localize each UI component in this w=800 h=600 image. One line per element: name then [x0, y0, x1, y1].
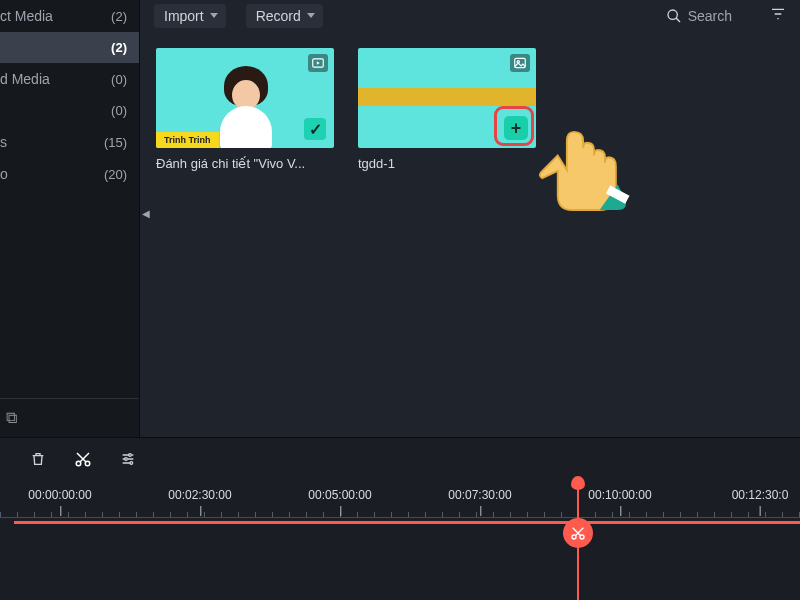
time-mark: 00:05:00:00 — [308, 488, 371, 502]
media-title: Đánh giá chi tiết "Vivo V... — [156, 156, 334, 171]
playhead[interactable] — [577, 480, 579, 600]
delete-icon[interactable] — [30, 451, 46, 471]
import-dropdown[interactable]: Import — [154, 4, 226, 28]
timeline-tools — [0, 438, 800, 484]
sidebar-item-5[interactable]: o(20) — [0, 158, 139, 190]
sidebar-item-0[interactable]: ct Media(2) — [0, 0, 139, 32]
toolbar: Import Record Search — [140, 0, 800, 32]
svg-point-8 — [129, 454, 132, 457]
sidebar-item-1[interactable]: (2) — [0, 32, 139, 63]
sidebar-item-3[interactable]: (0) — [0, 95, 139, 126]
svg-point-10 — [130, 462, 133, 465]
playhead-cut-icon[interactable] — [563, 518, 593, 548]
cut-icon[interactable] — [74, 450, 92, 472]
media-thumbnail: + — [358, 48, 536, 148]
time-mark: 00:00:00:00 — [28, 488, 91, 502]
media-item[interactable]: Trinh Trinh ✓ Đánh giá chi tiết "Vivo V.… — [156, 48, 334, 171]
filter-icon[interactable] — [770, 6, 786, 26]
media-item[interactable]: + tgdd-1 — [358, 48, 536, 171]
time-mark: 00:07:30:00 — [448, 488, 511, 502]
playhead-knob-icon — [571, 476, 585, 490]
folder-icon[interactable]: ⧉ — [0, 409, 17, 427]
sidebar: ct Media(2) (2) d Media(0) (0) s(15) o(2… — [0, 0, 140, 437]
selected-check-icon: ✓ — [304, 118, 326, 140]
image-type-icon — [510, 54, 530, 72]
adjust-icon[interactable] — [120, 451, 136, 471]
record-dropdown[interactable]: Record — [246, 4, 323, 28]
content-panel: Import Record Search Trinh Trinh ✓ Đánh … — [140, 0, 800, 437]
collapse-sidebar-icon[interactable]: ◀ — [140, 204, 152, 222]
media-title: tgdd-1 — [358, 156, 536, 171]
add-to-timeline-button[interactable]: + — [504, 116, 528, 140]
search-label: Search — [688, 8, 732, 24]
svg-point-0 — [668, 10, 677, 19]
sidebar-item-4[interactable]: s(15) — [0, 126, 139, 158]
thumbnail-badge: Trinh Trinh — [156, 132, 219, 148]
time-mark: 00:02:30:00 — [168, 488, 231, 502]
media-grid: Trinh Trinh ✓ Đánh giá chi tiết "Vivo V.… — [140, 32, 800, 187]
svg-rect-3 — [515, 58, 526, 67]
search-icon — [666, 8, 682, 24]
timeline-ruler[interactable]: 00:00:00:00 00:02:30:00 00:05:00:00 00:0… — [0, 488, 800, 528]
svg-line-1 — [676, 18, 680, 22]
search-input[interactable]: Search — [666, 8, 732, 24]
media-thumbnail: Trinh Trinh ✓ — [156, 48, 334, 148]
sidebar-bottom-tools: ⧉ — [0, 398, 139, 437]
video-type-icon — [308, 54, 328, 72]
time-mark: 00:10:00:00 — [588, 488, 651, 502]
time-mark: 00:12:30:0 — [732, 488, 789, 502]
sidebar-item-2[interactable]: d Media(0) — [0, 63, 139, 95]
timeline-range — [14, 521, 800, 524]
timeline-panel: 00:00:00:00 00:02:30:00 00:05:00:00 00:0… — [0, 437, 800, 600]
svg-point-9 — [125, 458, 128, 461]
